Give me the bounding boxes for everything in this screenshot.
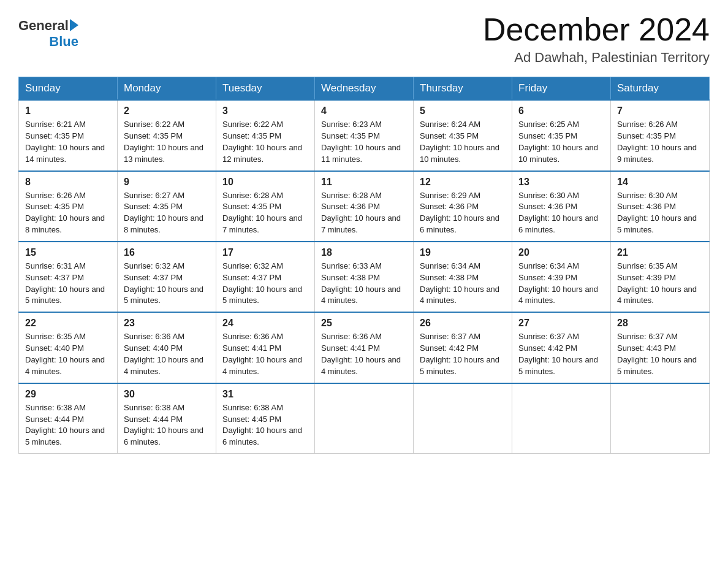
column-header-thursday: Thursday bbox=[414, 77, 512, 101]
day-number: 18 bbox=[321, 247, 407, 258]
day-number: 17 bbox=[222, 247, 308, 258]
day-info: Sunrise: 6:24 AMSunset: 4:35 PMDaylight:… bbox=[420, 120, 499, 164]
calendar-cell: 5 Sunrise: 6:24 AMSunset: 4:35 PMDayligh… bbox=[414, 100, 512, 170]
calendar-cell: 10 Sunrise: 6:28 AMSunset: 4:35 PMDaylig… bbox=[216, 171, 315, 242]
calendar-cell: 18 Sunrise: 6:33 AMSunset: 4:38 PMDaylig… bbox=[315, 242, 414, 312]
day-info: Sunrise: 6:22 AMSunset: 4:35 PMDaylight:… bbox=[222, 120, 302, 164]
calendar-cell: 22 Sunrise: 6:35 AMSunset: 4:40 PMDaylig… bbox=[19, 312, 118, 383]
day-info: Sunrise: 6:35 AMSunset: 4:40 PMDaylight:… bbox=[25, 332, 105, 376]
day-info: Sunrise: 6:34 AMSunset: 4:38 PMDaylight:… bbox=[420, 261, 499, 305]
day-info: Sunrise: 6:36 AMSunset: 4:41 PMDaylight:… bbox=[321, 332, 401, 376]
day-info: Sunrise: 6:32 AMSunset: 4:37 PMDaylight:… bbox=[124, 261, 203, 305]
calendar-cell bbox=[512, 383, 611, 454]
day-number: 2 bbox=[124, 105, 210, 117]
calendar-title: December 2024 bbox=[483, 12, 710, 47]
calendar-cell: 15 Sunrise: 6:31 AMSunset: 4:37 PMDaylig… bbox=[19, 242, 118, 312]
day-number: 21 bbox=[617, 247, 703, 258]
day-info: Sunrise: 6:26 AMSunset: 4:35 PMDaylight:… bbox=[25, 191, 105, 235]
calendar-cell: 28 Sunrise: 6:37 AMSunset: 4:43 PMDaylig… bbox=[611, 312, 710, 383]
day-info: Sunrise: 6:33 AMSunset: 4:38 PMDaylight:… bbox=[321, 261, 401, 305]
day-number: 9 bbox=[124, 177, 210, 188]
day-number: 27 bbox=[518, 318, 604, 329]
day-number: 1 bbox=[25, 105, 111, 117]
day-number: 13 bbox=[518, 177, 604, 188]
calendar-cell: 6 Sunrise: 6:25 AMSunset: 4:35 PMDayligh… bbox=[512, 100, 611, 170]
header: General Blue December 2024 Ad Dawhah, Pa… bbox=[18, 12, 710, 66]
day-number: 16 bbox=[124, 247, 210, 258]
calendar-cell: 14 Sunrise: 6:30 AMSunset: 4:36 PMDaylig… bbox=[611, 171, 710, 242]
day-number: 3 bbox=[222, 105, 308, 117]
day-info: Sunrise: 6:25 AMSunset: 4:35 PMDaylight:… bbox=[518, 120, 598, 164]
day-info: Sunrise: 6:32 AMSunset: 4:37 PMDaylight:… bbox=[222, 261, 302, 305]
day-number: 28 bbox=[617, 318, 703, 329]
calendar-cell: 31 Sunrise: 6:38 AMSunset: 4:45 PMDaylig… bbox=[216, 383, 315, 454]
day-number: 7 bbox=[617, 105, 703, 117]
calendar-week-row: 22 Sunrise: 6:35 AMSunset: 4:40 PMDaylig… bbox=[19, 312, 710, 383]
calendar-cell: 11 Sunrise: 6:28 AMSunset: 4:36 PMDaylig… bbox=[315, 171, 414, 242]
day-info: Sunrise: 6:30 AMSunset: 4:36 PMDaylight:… bbox=[518, 191, 598, 235]
calendar-cell bbox=[414, 383, 512, 454]
day-number: 14 bbox=[617, 177, 703, 188]
column-header-wednesday: Wednesday bbox=[315, 77, 414, 101]
logo-arrow-icon bbox=[70, 19, 78, 31]
day-info: Sunrise: 6:34 AMSunset: 4:39 PMDaylight:… bbox=[518, 261, 598, 305]
calendar-cell: 8 Sunrise: 6:26 AMSunset: 4:35 PMDayligh… bbox=[19, 171, 118, 242]
day-info: Sunrise: 6:37 AMSunset: 4:42 PMDaylight:… bbox=[518, 332, 598, 376]
calendar-cell: 25 Sunrise: 6:36 AMSunset: 4:41 PMDaylig… bbox=[315, 312, 414, 383]
column-header-monday: Monday bbox=[118, 77, 216, 101]
calendar-week-row: 8 Sunrise: 6:26 AMSunset: 4:35 PMDayligh… bbox=[19, 171, 710, 242]
calendar-cell: 3 Sunrise: 6:22 AMSunset: 4:35 PMDayligh… bbox=[216, 100, 315, 170]
day-info: Sunrise: 6:31 AMSunset: 4:37 PMDaylight:… bbox=[25, 261, 105, 305]
day-info: Sunrise: 6:27 AMSunset: 4:35 PMDaylight:… bbox=[124, 191, 203, 235]
day-number: 24 bbox=[222, 318, 308, 329]
calendar-cell: 30 Sunrise: 6:38 AMSunset: 4:44 PMDaylig… bbox=[118, 383, 216, 454]
title-area: December 2024 Ad Dawhah, Palestinian Ter… bbox=[483, 12, 710, 66]
day-number: 31 bbox=[222, 389, 308, 400]
day-info: Sunrise: 6:28 AMSunset: 4:35 PMDaylight:… bbox=[222, 191, 302, 235]
day-number: 29 bbox=[25, 389, 111, 400]
calendar-cell: 23 Sunrise: 6:36 AMSunset: 4:40 PMDaylig… bbox=[118, 312, 216, 383]
day-number: 22 bbox=[25, 318, 111, 329]
day-info: Sunrise: 6:29 AMSunset: 4:36 PMDaylight:… bbox=[420, 191, 499, 235]
logo-blue-text: Blue bbox=[49, 34, 78, 49]
day-number: 20 bbox=[518, 247, 604, 258]
calendar-cell: 24 Sunrise: 6:36 AMSunset: 4:41 PMDaylig… bbox=[216, 312, 315, 383]
calendar-cell: 1 Sunrise: 6:21 AMSunset: 4:35 PMDayligh… bbox=[19, 100, 118, 170]
day-number: 5 bbox=[420, 105, 506, 117]
calendar-cell bbox=[315, 383, 414, 454]
column-header-friday: Friday bbox=[512, 77, 611, 101]
column-header-saturday: Saturday bbox=[611, 77, 710, 101]
day-info: Sunrise: 6:36 AMSunset: 4:41 PMDaylight:… bbox=[222, 332, 302, 376]
calendar-cell: 2 Sunrise: 6:22 AMSunset: 4:35 PMDayligh… bbox=[118, 100, 216, 170]
calendar-cell: 12 Sunrise: 6:29 AMSunset: 4:36 PMDaylig… bbox=[414, 171, 512, 242]
day-info: Sunrise: 6:38 AMSunset: 4:44 PMDaylight:… bbox=[124, 403, 203, 447]
calendar-cell bbox=[611, 383, 710, 454]
day-number: 12 bbox=[420, 177, 506, 188]
calendar-cell: 9 Sunrise: 6:27 AMSunset: 4:35 PMDayligh… bbox=[118, 171, 216, 242]
day-info: Sunrise: 6:37 AMSunset: 4:43 PMDaylight:… bbox=[617, 332, 697, 376]
column-header-tuesday: Tuesday bbox=[216, 77, 315, 101]
calendar-cell: 21 Sunrise: 6:35 AMSunset: 4:39 PMDaylig… bbox=[611, 242, 710, 312]
calendar-cell: 16 Sunrise: 6:32 AMSunset: 4:37 PMDaylig… bbox=[118, 242, 216, 312]
day-info: Sunrise: 6:38 AMSunset: 4:44 PMDaylight:… bbox=[25, 403, 105, 447]
day-info: Sunrise: 6:26 AMSunset: 4:35 PMDaylight:… bbox=[617, 120, 697, 164]
day-number: 15 bbox=[25, 247, 111, 258]
day-info: Sunrise: 6:28 AMSunset: 4:36 PMDaylight:… bbox=[321, 191, 401, 235]
day-number: 8 bbox=[25, 177, 111, 188]
day-number: 19 bbox=[420, 247, 506, 258]
calendar-week-row: 29 Sunrise: 6:38 AMSunset: 4:44 PMDaylig… bbox=[19, 383, 710, 454]
column-header-sunday: Sunday bbox=[19, 77, 118, 101]
calendar-week-row: 15 Sunrise: 6:31 AMSunset: 4:37 PMDaylig… bbox=[19, 242, 710, 312]
day-number: 10 bbox=[222, 177, 308, 188]
calendar-cell: 7 Sunrise: 6:26 AMSunset: 4:35 PMDayligh… bbox=[611, 100, 710, 170]
day-info: Sunrise: 6:38 AMSunset: 4:45 PMDaylight:… bbox=[222, 403, 302, 447]
calendar-cell: 13 Sunrise: 6:30 AMSunset: 4:36 PMDaylig… bbox=[512, 171, 611, 242]
day-number: 30 bbox=[124, 389, 210, 400]
calendar-week-row: 1 Sunrise: 6:21 AMSunset: 4:35 PMDayligh… bbox=[19, 100, 710, 170]
day-number: 26 bbox=[420, 318, 506, 329]
day-info: Sunrise: 6:36 AMSunset: 4:40 PMDaylight:… bbox=[124, 332, 203, 376]
calendar-cell: 27 Sunrise: 6:37 AMSunset: 4:42 PMDaylig… bbox=[512, 312, 611, 383]
calendar-subtitle: Ad Dawhah, Palestinian Territory bbox=[483, 50, 710, 66]
logo: General Blue bbox=[18, 18, 78, 49]
day-info: Sunrise: 6:22 AMSunset: 4:35 PMDaylight:… bbox=[124, 120, 203, 164]
